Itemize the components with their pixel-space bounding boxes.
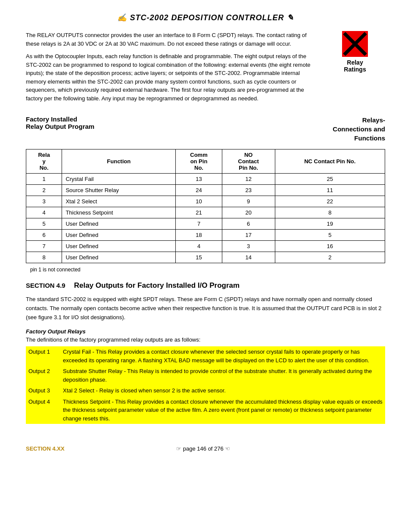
col-comm: Common PinNo. bbox=[176, 149, 222, 174]
cell-nc: 16 bbox=[275, 241, 385, 252]
footer-page-number: ☞ page 146 of 276 ☜ bbox=[176, 445, 230, 452]
cell-no: 12 bbox=[222, 174, 275, 185]
intro-para1: The RELAY OUTPUTS connector provides the… bbox=[26, 31, 316, 48]
cell-comm: 7 bbox=[176, 218, 222, 230]
cell-function: User Defined bbox=[62, 230, 176, 241]
output-label: Output 3 bbox=[26, 385, 60, 396]
cell-function: Crystal Fail bbox=[62, 174, 176, 185]
table-row: 8 User Defined 15 14 2 bbox=[26, 252, 385, 263]
cell-function: User Defined bbox=[62, 252, 176, 263]
table-row: 6 User Defined 18 17 5 bbox=[26, 230, 385, 241]
factory-output-heading: Factory Output Relays bbox=[26, 328, 385, 335]
col-relay: RelayNo. bbox=[26, 149, 62, 174]
cell-function: Xtal 2 Select bbox=[62, 196, 176, 207]
table-row: 7 User Defined 4 3 16 bbox=[26, 241, 385, 252]
col-nc: NC Contact Pin No. bbox=[275, 149, 385, 174]
cell-nc: 11 bbox=[275, 185, 385, 196]
cell-function: Thickness Setpoint bbox=[62, 207, 176, 218]
cell-relay: 5 bbox=[26, 218, 62, 230]
section-number: SECTION 4.9 bbox=[26, 282, 65, 289]
factory-output-intro: The definitions of the factory programme… bbox=[26, 336, 385, 343]
cell-no: 20 bbox=[222, 207, 275, 218]
table-row: 1 Crystal Fail 13 12 25 bbox=[26, 174, 385, 185]
table-row: 2 Source Shutter Relay 24 23 11 bbox=[26, 185, 385, 196]
intro-para2: As with the Optocoupler Inputs, each rel… bbox=[26, 52, 316, 103]
relay-output-table: RelayNo. Function Common PinNo. NOContac… bbox=[26, 149, 385, 263]
cell-relay: 2 bbox=[26, 185, 62, 196]
factory-heading: Factory Installed Relay Output Program bbox=[26, 115, 299, 130]
cell-no: 3 bbox=[222, 241, 275, 252]
output-label: Output 2 bbox=[26, 366, 60, 385]
cell-nc: 2 bbox=[275, 252, 385, 263]
pin-note: pin 1 is not connected bbox=[26, 267, 385, 273]
cell-comm: 21 bbox=[176, 207, 222, 218]
section-body1: The standard STC-2002 is equipped with e… bbox=[26, 295, 385, 322]
section-title: Relay Outputs for Factory Installed I/O … bbox=[74, 281, 240, 290]
table-row: 3 Xtal 2 Select 10 9 22 bbox=[26, 196, 385, 207]
cell-relay: 7 bbox=[26, 241, 62, 252]
cell-relay: 8 bbox=[26, 252, 62, 263]
cell-comm: 15 bbox=[176, 252, 222, 263]
col-no: NOContactPin No. bbox=[222, 149, 275, 174]
cell-relay: 3 bbox=[26, 196, 62, 207]
relay-icon bbox=[342, 31, 368, 57]
cell-comm: 13 bbox=[176, 174, 222, 185]
cell-no: 14 bbox=[222, 252, 275, 263]
output-label: Output 4 bbox=[26, 396, 60, 424]
connections-heading: Relays-Connections andFunctions bbox=[308, 115, 385, 143]
footer-section-label: SECTION 4.XX bbox=[26, 445, 65, 452]
cell-relay: 1 bbox=[26, 174, 62, 185]
output-description: Substrate Shutter Relay - This Relay is … bbox=[60, 366, 385, 385]
cell-comm: 18 bbox=[176, 230, 222, 241]
cell-no: 17 bbox=[222, 230, 275, 241]
cell-function: User Defined bbox=[62, 241, 176, 252]
cell-nc: 19 bbox=[275, 218, 385, 230]
cell-no: 9 bbox=[222, 196, 275, 207]
relay-ratings-label: Relay Ratings bbox=[344, 59, 366, 73]
cell-relay: 6 bbox=[26, 230, 62, 241]
output-row: Output 3 Xtal 2 Select - Relay is closed… bbox=[26, 385, 385, 396]
output-description: Thickness Setpoint - This Relay provides… bbox=[60, 396, 385, 424]
col-function: Function bbox=[62, 149, 176, 174]
cell-nc: 5 bbox=[275, 230, 385, 241]
output-label: Output 1 bbox=[26, 346, 60, 366]
cell-function: User Defined bbox=[62, 218, 176, 230]
output-row: Output 2 Substrate Shutter Relay - This … bbox=[26, 366, 385, 385]
output-descriptions-table: Output 1 Crystal Fail - This Relay provi… bbox=[26, 346, 385, 424]
page-title: ✍ STC-2002 DEPOSITION CONTROLLER ✎ bbox=[26, 13, 385, 22]
cell-comm: 10 bbox=[176, 196, 222, 207]
output-description: Crystal Fail - This Relay provides a con… bbox=[60, 346, 385, 366]
cell-function: Source Shutter Relay bbox=[62, 185, 176, 196]
cell-comm: 24 bbox=[176, 185, 222, 196]
table-row: 5 User Defined 7 6 19 bbox=[26, 218, 385, 230]
cell-no: 23 bbox=[222, 185, 275, 196]
cell-relay: 4 bbox=[26, 207, 62, 218]
cell-nc: 25 bbox=[275, 174, 385, 185]
cell-no: 6 bbox=[222, 218, 275, 230]
cell-nc: 22 bbox=[275, 196, 385, 207]
output-description: Xtal 2 Select - Relay is closed when sen… bbox=[60, 385, 385, 396]
output-row: Output 1 Crystal Fail - This Relay provi… bbox=[26, 346, 385, 366]
cell-comm: 4 bbox=[176, 241, 222, 252]
table-row: 4 Thickness Setpoint 21 20 8 bbox=[26, 207, 385, 218]
cell-nc: 8 bbox=[275, 207, 385, 218]
output-row: Output 4 Thickness Setpoint - This Relay… bbox=[26, 396, 385, 424]
